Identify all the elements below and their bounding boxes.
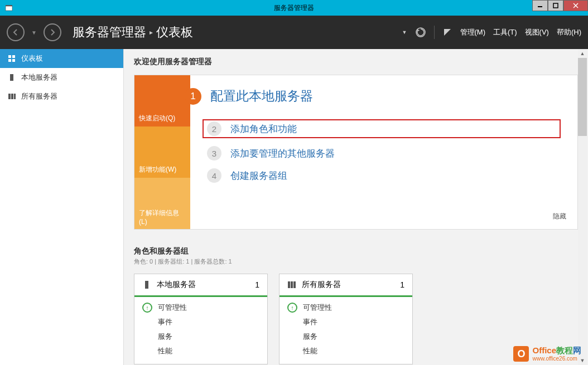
- svg-rect-1: [6, 5, 12, 6]
- history-dropdown[interactable]: ▼: [27, 25, 41, 40]
- server-icon: [8, 74, 16, 81]
- window-title: 服务器管理器: [274, 3, 314, 13]
- chevron-right-icon: ▸: [150, 28, 153, 36]
- scroll-up-icon[interactable]: ▲: [578, 49, 587, 58]
- svg-rect-17: [291, 281, 293, 288]
- step-add-servers[interactable]: 3 添加要管理的其他服务器: [207, 146, 561, 160]
- svg-rect-8: [12, 55, 15, 58]
- svg-rect-11: [10, 74, 13, 81]
- tile-title: 所有服务器: [302, 280, 394, 290]
- step-add-roles[interactable]: 2 添加角色和功能: [203, 119, 561, 138]
- step-number: 3: [207, 146, 221, 160]
- step-create-group[interactable]: 4 创建服务器组: [207, 168, 561, 183]
- sidebar-item-local-server[interactable]: 本地服务器: [0, 68, 123, 87]
- notifications-button[interactable]: [442, 27, 452, 37]
- svg-rect-0: [6, 6, 12, 11]
- refresh-button[interactable]: [415, 27, 426, 38]
- tile-count: 1: [255, 280, 259, 289]
- tiles-container: 本地服务器 1 ↑可管理性 事件 服务 性能 所有服务器 1: [134, 274, 578, 364]
- tile-all-servers[interactable]: 所有服务器 1 ↑可管理性 事件 服务 性能: [279, 274, 413, 364]
- tools-menu[interactable]: 工具(T): [493, 27, 517, 37]
- tile-row-events[interactable]: 事件: [287, 315, 404, 329]
- tile-header: 本地服务器 1: [134, 274, 267, 295]
- close-button[interactable]: [563, 0, 588, 11]
- step-label: 配置此本地服务器: [210, 87, 313, 105]
- tile-header: 所有服务器 1: [279, 274, 412, 295]
- breadcrumb-page: 仪表板: [156, 24, 193, 41]
- app-icon: [2, 1, 16, 14]
- tile-row-events[interactable]: 事件: [142, 315, 259, 329]
- tile-row-performance[interactable]: 性能: [287, 344, 404, 358]
- main-area: 仪表板 本地服务器 所有服务器 欢迎使用服务器管理器 快速启动(Q) 新增功能(…: [0, 49, 588, 365]
- tile-local-server[interactable]: 本地服务器 1 ↑可管理性 事件 服务 性能: [134, 274, 268, 364]
- svg-rect-12: [8, 94, 11, 99]
- breadcrumb-app: 服务器管理器: [73, 24, 146, 41]
- svg-rect-10: [12, 59, 15, 62]
- dashboard-icon: [8, 55, 16, 62]
- tile-title: 本地服务器: [157, 280, 249, 290]
- status-ok-icon: ↑: [287, 303, 297, 313]
- sidebar-item-label: 仪表板: [21, 53, 43, 64]
- svg-rect-13: [11, 94, 13, 99]
- nav-arrows: ▼: [7, 23, 61, 41]
- svg-rect-7: [8, 55, 11, 58]
- header-ribbon: ▼ 服务器管理器 ▸ 仪表板 ▼ 管理(M) 工具(T) 视图(V) 帮助(H): [0, 16, 588, 49]
- step-number: 1: [185, 88, 201, 105]
- step-number: 4: [207, 168, 221, 183]
- status-ok-icon: ↑: [142, 303, 152, 313]
- tile-row-services[interactable]: 服务: [287, 329, 404, 344]
- separator: [434, 26, 435, 39]
- tile-body: ↑可管理性 事件 服务 性能: [279, 297, 412, 364]
- svg-rect-18: [293, 281, 296, 288]
- step-configure-local[interactable]: 1 配置此本地服务器: [185, 87, 561, 105]
- maximize-button[interactable]: [548, 0, 563, 11]
- ribbon-actions: ▼ 管理(M) 工具(T) 视图(V) 帮助(H): [402, 26, 581, 39]
- hide-link[interactable]: 隐藏: [553, 212, 566, 221]
- window-controls: [532, 0, 588, 11]
- tile-row-performance[interactable]: 性能: [142, 344, 259, 358]
- breadcrumb: 服务器管理器 ▸ 仪表板: [73, 24, 402, 41]
- welcome-tab-quickstart[interactable]: 快速启动(Q): [134, 75, 190, 126]
- forward-button[interactable]: [44, 23, 61, 41]
- roles-heading: 角色和服务器组: [134, 246, 578, 256]
- svg-rect-16: [288, 281, 290, 288]
- server-icon: [142, 280, 151, 289]
- welcome-steps: 1 配置此本地服务器 2 添加角色和功能 3 添加要管理的其他服务器 4 创建服…: [190, 75, 577, 229]
- scrollbar[interactable]: ▲ ▼: [578, 49, 587, 365]
- svg-rect-14: [14, 94, 16, 99]
- svg-rect-15: [145, 281, 148, 289]
- welcome-tab-whatsnew[interactable]: 新增功能(W): [134, 126, 190, 178]
- welcome-heading: 欢迎使用服务器管理器: [134, 57, 578, 67]
- breadcrumb-dropdown[interactable]: ▼: [402, 30, 407, 35]
- scroll-thumb[interactable]: [578, 58, 587, 136]
- watermark-badge: O: [513, 346, 529, 362]
- step-label: 添加角色和功能: [230, 123, 297, 135]
- tile-row-services[interactable]: 服务: [142, 329, 259, 344]
- servers-icon: [287, 280, 296, 289]
- watermark-text: Office教程网 www.office26.com: [532, 346, 581, 362]
- sidebar-item-dashboard[interactable]: 仪表板: [0, 49, 123, 68]
- servers-icon: [8, 93, 16, 100]
- welcome-tabs: 快速启动(Q) 新增功能(W) 了解详细信息(L): [134, 75, 190, 229]
- manage-menu[interactable]: 管理(M): [460, 27, 486, 37]
- roles-section: 角色和服务器组 角色: 0 | 服务器组: 1 | 服务器总数: 1 本地服务器…: [134, 246, 578, 364]
- minimize-button[interactable]: [532, 0, 548, 11]
- svg-rect-3: [553, 3, 558, 8]
- tile-row-manageability[interactable]: ↑可管理性: [287, 300, 404, 315]
- welcome-panel: 快速启动(Q) 新增功能(W) 了解详细信息(L) 1 配置此本地服务器 2 添…: [134, 75, 578, 230]
- roles-subtitle: 角色: 0 | 服务器组: 1 | 服务器总数: 1: [134, 257, 578, 266]
- window-titlebar: 服务器管理器: [0, 0, 588, 16]
- help-menu[interactable]: 帮助(H): [557, 27, 581, 37]
- step-label: 添加要管理的其他服务器: [230, 147, 335, 160]
- svg-rect-9: [8, 59, 11, 62]
- step-label: 创建服务器组: [230, 169, 287, 182]
- back-button[interactable]: [7, 23, 25, 41]
- tile-row-manageability[interactable]: ↑可管理性: [142, 300, 259, 315]
- sidebar-item-label: 所有服务器: [21, 91, 57, 101]
- tile-body: ↑可管理性 事件 服务 性能: [134, 297, 267, 364]
- sidebar-item-all-servers[interactable]: 所有服务器: [0, 87, 123, 106]
- welcome-tab-learnmore[interactable]: 了解详细信息(L): [134, 178, 190, 229]
- content-area: 欢迎使用服务器管理器 快速启动(Q) 新增功能(W) 了解详细信息(L) 1 配…: [124, 49, 588, 365]
- view-menu[interactable]: 视图(V): [525, 27, 549, 37]
- watermark: O Office教程网 www.office26.com: [513, 346, 581, 362]
